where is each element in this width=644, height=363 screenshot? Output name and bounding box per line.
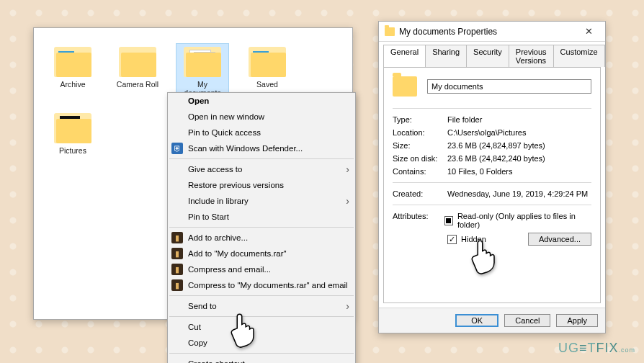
menu-label: Compress and email... <box>188 265 271 274</box>
menu-include-in-library[interactable]: Include in library <box>168 193 355 209</box>
menu-separator <box>169 227 354 228</box>
menu-compress-rar-email[interactable]: ▮Compress to "My documents.rar" and emai… <box>168 277 355 293</box>
cursor-hand-icon <box>468 238 501 275</box>
apply-button[interactable]: Apply <box>556 314 598 327</box>
menu-label: Add to archive... <box>188 233 248 242</box>
readonly-label: Read-only (Only applies to files in fold… <box>457 212 591 229</box>
menu-send-to[interactable]: Send to <box>168 298 355 314</box>
menu-separator <box>169 316 354 317</box>
tab-label: Previous Versions <box>516 48 547 65</box>
menu-give-access-to[interactable]: Give access to <box>168 161 355 177</box>
menu-open[interactable]: Open <box>168 93 355 109</box>
menu-separator <box>169 295 354 296</box>
folder-label: Camera Roll <box>112 80 164 89</box>
folder-item[interactable]: Camera Roll <box>112 44 164 97</box>
label-attributes: Attributes: <box>393 212 444 229</box>
value-location: C:\Users\olga\Pictures <box>447 128 526 137</box>
titlebar: My documents Properties ✕ <box>379 22 605 42</box>
window-title: My documents Properties <box>399 27 497 37</box>
menu-label: Pin to Start <box>188 212 229 221</box>
folder-item[interactable]: Ps Saved <box>241 44 293 97</box>
tab-label: General <box>390 48 419 56</box>
folder-icon <box>184 47 221 77</box>
winrar-icon: ▮ <box>171 232 183 243</box>
menu-label: Open in new window <box>188 112 264 121</box>
menu-add-to-rar[interactable]: ▮Add to "My documents.rar" <box>168 246 355 261</box>
menu-label: Pin to Quick access <box>188 128 261 137</box>
properties-dialog: My documents Properties ✕ General Sharin… <box>378 21 606 333</box>
hidden-checkbox[interactable] <box>447 235 457 244</box>
folder-icon <box>393 76 417 97</box>
folder-label: Archive <box>47 80 99 89</box>
folder-icon <box>385 27 395 36</box>
close-button[interactable]: ✕ <box>576 24 601 40</box>
menu-cut[interactable]: Cut <box>168 319 355 335</box>
tab-security[interactable]: Security <box>466 45 509 67</box>
folder-label: Pictures <box>47 146 99 155</box>
folder-label: Saved <box>241 80 293 89</box>
winrar-icon: ▮ <box>171 279 183 291</box>
winrar-icon: ▮ <box>171 264 183 275</box>
cancel-button[interactable]: Cancel <box>504 314 550 327</box>
folder-item[interactable]: Ps Archive <box>47 44 99 97</box>
menu-copy[interactable]: Copy <box>168 335 355 351</box>
menu-label: Include in library <box>188 197 249 205</box>
button-label: Apply <box>567 316 587 325</box>
menu-scan-defender[interactable]: ⛨Scan with Windows Defender... <box>168 140 355 156</box>
tab-label: Sharing <box>432 48 460 56</box>
readonly-checkbox[interactable] <box>444 216 453 225</box>
menu-separator <box>169 353 354 354</box>
folder-item-selected[interactable]: My documents <box>176 44 228 97</box>
menu-label: Give access to <box>188 165 242 174</box>
folder-icon: Ps <box>249 47 286 77</box>
tab-previous-versions[interactable]: Previous Versions <box>509 45 554 67</box>
tab-sharing[interactable]: Sharing <box>425 45 467 67</box>
winrar-icon: ▮ <box>171 248 183 259</box>
menu-label: Open <box>188 97 209 105</box>
label-type: Type: <box>393 115 447 124</box>
menu-label: Add to "My documents.rar" <box>188 249 287 258</box>
tabs: General Sharing Security Previous Versio… <box>379 42 605 67</box>
ok-button[interactable]: OK <box>455 314 498 327</box>
label-size: Size: <box>393 141 447 150</box>
label-created: Created: <box>393 189 447 198</box>
tab-label: Security <box>473 48 502 56</box>
label-location: Location: <box>393 128 447 137</box>
menu-add-to-archive[interactable]: ▮Add to archive... <box>168 230 355 246</box>
advanced-button[interactable]: Advanced... <box>528 233 591 246</box>
dialog-buttons: OK Cancel Apply <box>379 308 605 333</box>
menu-separator <box>169 158 354 159</box>
folder-icon <box>54 113 91 143</box>
cursor-hand-icon <box>228 311 261 349</box>
defender-icon: ⛨ <box>171 143 183 154</box>
menu-restore-previous[interactable]: Restore previous versions <box>168 177 355 193</box>
menu-open-new-window[interactable]: Open in new window <box>168 109 355 125</box>
menu-pin-quick-access[interactable]: Pin to Quick access <box>168 125 355 140</box>
context-menu: Open Open in new window Pin to Quick acc… <box>167 92 356 363</box>
menu-label: Copy <box>188 339 207 347</box>
label-size-on-disk: Size on disk: <box>393 154 447 163</box>
value-size: 23.6 MB (24,824,897 bytes) <box>447 141 545 150</box>
menu-label: Restore previous versions <box>188 181 284 189</box>
button-label: Cancel <box>515 316 540 325</box>
menu-label: Scan with Windows Defender... <box>188 144 303 153</box>
menu-label: Create shortcut <box>188 359 245 363</box>
folder-icon <box>119 47 156 77</box>
tab-label: Customize <box>560 48 598 56</box>
tab-customize[interactable]: Customize <box>553 45 605 67</box>
watermark: UG≡TFIX.com <box>558 341 635 356</box>
menu-label: Compress to "My documents.rar" and email <box>188 281 348 290</box>
label-contains: Contains: <box>393 167 447 176</box>
folder-icon: Ps <box>54 47 91 77</box>
menu-create-shortcut[interactable]: Create shortcut <box>168 356 355 363</box>
menu-compress-email[interactable]: ▮Compress and email... <box>168 261 355 277</box>
value-size-on-disk: 23.6 MB (24,842,240 bytes) <box>447 154 545 163</box>
tab-general[interactable]: General <box>383 45 426 67</box>
button-label: OK <box>471 316 483 325</box>
folder-name-input[interactable] <box>427 79 591 94</box>
folder-item[interactable]: Pictures <box>47 110 99 155</box>
menu-pin-to-start[interactable]: Pin to Start <box>168 209 355 225</box>
menu-label: Send to <box>188 302 217 310</box>
value-created: Wednesday, June 19, 2019, 4:29:24 PM <box>447 189 588 198</box>
menu-label: Cut <box>188 323 201 331</box>
